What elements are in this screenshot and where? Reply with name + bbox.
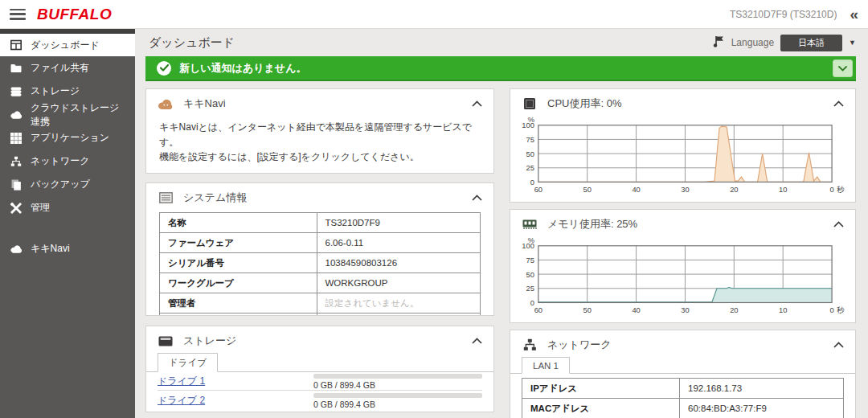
sidebar-item-kikinavi[interactable]: キキNavi bbox=[0, 237, 135, 260]
row-label: ファームウェア bbox=[160, 233, 317, 253]
svg-text:秒: 秒 bbox=[837, 306, 845, 314]
sidebar: ダッシュボード ファイル共有 ストレージ クラウドストレージ連携 アプリケーショ bbox=[0, 29, 135, 418]
svg-text:75: 75 bbox=[526, 136, 534, 144]
collapse-chevron-icon[interactable] bbox=[472, 338, 482, 344]
row-value: 6.06-0.11 bbox=[317, 233, 481, 253]
table-row: ファームウェア6.06-0.11 bbox=[160, 233, 481, 253]
row-label: 設置場所 bbox=[160, 314, 317, 317]
cloud-icon bbox=[10, 109, 22, 121]
main-content: ダッシュボード Language 日本語 ▼ 新しい通知はありません。 bbox=[135, 29, 868, 418]
drive-usage-bar bbox=[313, 393, 482, 398]
system-info-table: 名称TS3210D7F9 ファームウェア6.06-0.11 シリアル番号1038… bbox=[159, 212, 481, 316]
collapse-chevron-icon[interactable] bbox=[833, 221, 844, 227]
svg-text:50: 50 bbox=[526, 271, 534, 279]
drive-usage-bar bbox=[313, 374, 482, 379]
collapse-chevron-icon[interactable] bbox=[472, 195, 482, 201]
tools-icon bbox=[10, 202, 22, 214]
network-icon bbox=[10, 155, 22, 167]
svg-text:30: 30 bbox=[681, 186, 689, 194]
sidebar-item-label: ストレージ bbox=[31, 84, 80, 98]
tab-drives[interactable]: ドライブ bbox=[158, 353, 218, 372]
cloud-icon bbox=[10, 243, 22, 255]
row-value: 60:84:BD:A3:77:F9 bbox=[680, 399, 844, 418]
row-label: 管理者 bbox=[160, 293, 317, 314]
device-name: TS3210D7F9 (TS3210D) bbox=[730, 9, 837, 20]
hamburger-menu-icon[interactable] bbox=[10, 9, 26, 20]
kikinavi-description-line1: キキNaviとは、インターネット経由で本製品を遠隔管理するサービスです。 bbox=[159, 120, 481, 150]
drive-1-link[interactable]: ドライブ 1 bbox=[158, 375, 205, 388]
sidebar-item-applications[interactable]: アプリケーション bbox=[0, 126, 135, 150]
svg-text:20: 20 bbox=[730, 306, 738, 314]
table-row: 管理者設定されていません。 bbox=[160, 293, 481, 314]
drive-row: ドライブ 2 0 GB / 899.4 GB bbox=[158, 391, 482, 409]
language-icon bbox=[712, 35, 725, 51]
row-label: シリアル番号 bbox=[160, 253, 317, 273]
sidebar-item-storage[interactable]: ストレージ bbox=[0, 80, 135, 103]
drive-2-link[interactable]: ドライブ 2 bbox=[158, 394, 205, 408]
svg-text:25: 25 bbox=[526, 285, 534, 293]
memory-usage-panel: メモリ使用率: 25% %02550751006050403020100秒 bbox=[510, 209, 856, 323]
kikinavi-cloud-icon bbox=[158, 96, 174, 111]
sidebar-item-label: バックアップ bbox=[31, 178, 90, 191]
tab-lan1[interactable]: LAN 1 bbox=[522, 357, 570, 374]
network-nodes-icon bbox=[522, 338, 538, 352]
table-row: 名称TS3210D7F9 bbox=[160, 213, 481, 233]
collapse-chevron-icon[interactable] bbox=[833, 342, 844, 348]
row-value: TS3210D7F9 bbox=[317, 213, 481, 233]
double-chevron-left-icon[interactable]: « bbox=[850, 6, 858, 22]
svg-text:秒: 秒 bbox=[837, 186, 845, 194]
sidebar-item-network[interactable]: ネットワーク bbox=[0, 150, 135, 173]
memory-ram-icon bbox=[522, 217, 538, 232]
row-value: 設定されていません。 bbox=[317, 293, 481, 314]
table-row: MACアドレス60:84:BD:A3:77:F9 bbox=[522, 399, 844, 418]
collapse-chevron-icon[interactable] bbox=[472, 100, 482, 107]
kikinavi-configure-link[interactable]: 設定する bbox=[440, 173, 479, 174]
storage-icon bbox=[10, 85, 22, 97]
collapse-chevron-icon[interactable] bbox=[833, 100, 844, 107]
sidebar-item-cloud-storage[interactable]: クラウドストレージ連携 bbox=[0, 103, 135, 126]
row-label: IPアドレス bbox=[522, 379, 680, 399]
cpu-chip-icon bbox=[522, 96, 538, 111]
svg-text:0: 0 bbox=[829, 186, 833, 194]
svg-text:40: 40 bbox=[632, 306, 640, 314]
folder-icon bbox=[10, 62, 22, 74]
sidebar-item-label: ダッシュボード bbox=[31, 39, 100, 52]
topbar: BUFFALO TS3210D7F9 (TS3210D) « bbox=[0, 0, 868, 29]
row-value: 設定されていません。 bbox=[317, 314, 481, 317]
sidebar-item-backup[interactable]: バックアップ bbox=[0, 173, 135, 196]
sidebar-item-admin[interactable]: 管理 bbox=[0, 196, 135, 219]
language-select-button[interactable]: 日本語 bbox=[780, 35, 842, 51]
panel-title: キキNavi bbox=[183, 96, 226, 111]
storage-drive-icon bbox=[158, 334, 174, 348]
panel-title: メモリ使用率: 25% bbox=[547, 217, 637, 232]
panel-title: ネットワーク bbox=[547, 338, 612, 352]
sidebar-item-dashboard[interactable]: ダッシュボード bbox=[0, 34, 135, 56]
notification-chevron-down-button[interactable] bbox=[833, 59, 853, 77]
memory-usage-chart: %02550751006050403020100秒 bbox=[515, 236, 850, 322]
backup-icon bbox=[10, 178, 22, 191]
svg-text:100: 100 bbox=[522, 121, 534, 129]
apps-icon bbox=[10, 132, 22, 144]
svg-text:30: 30 bbox=[681, 306, 689, 314]
table-row: IPアドレス192.168.1.73 bbox=[522, 379, 844, 399]
panel-title: システム情報 bbox=[183, 191, 247, 205]
row-value: 192.168.1.73 bbox=[680, 379, 844, 399]
network-info-table: IPアドレス192.168.1.73 MACアドレス60:84:BD:A3:77… bbox=[522, 378, 844, 418]
svg-text:50: 50 bbox=[583, 186, 592, 194]
svg-text:100: 100 bbox=[522, 242, 534, 250]
notification-message: 新しい通知はありません。 bbox=[179, 61, 306, 76]
buffalo-logo: BUFFALO bbox=[37, 6, 112, 23]
notification-bar: 新しい通知はありません。 bbox=[145, 56, 856, 81]
row-label: MACアドレス bbox=[522, 399, 680, 418]
row-value: WORKGROUP bbox=[317, 273, 481, 293]
sidebar-item-label: キキNavi bbox=[31, 242, 70, 256]
sidebar-item-file-sharing[interactable]: ファイル共有 bbox=[0, 56, 135, 80]
row-label: ワークグループ bbox=[160, 273, 317, 293]
row-value: 10384590803126 bbox=[317, 253, 481, 273]
table-row: ワークグループWORKGROUP bbox=[160, 273, 481, 293]
svg-text:60: 60 bbox=[534, 306, 542, 314]
table-row: シリアル番号10384590803126 bbox=[160, 253, 481, 273]
language-caret-icon[interactable]: ▼ bbox=[849, 39, 856, 47]
svg-text:40: 40 bbox=[632, 186, 640, 194]
system-info-icon bbox=[158, 191, 174, 205]
